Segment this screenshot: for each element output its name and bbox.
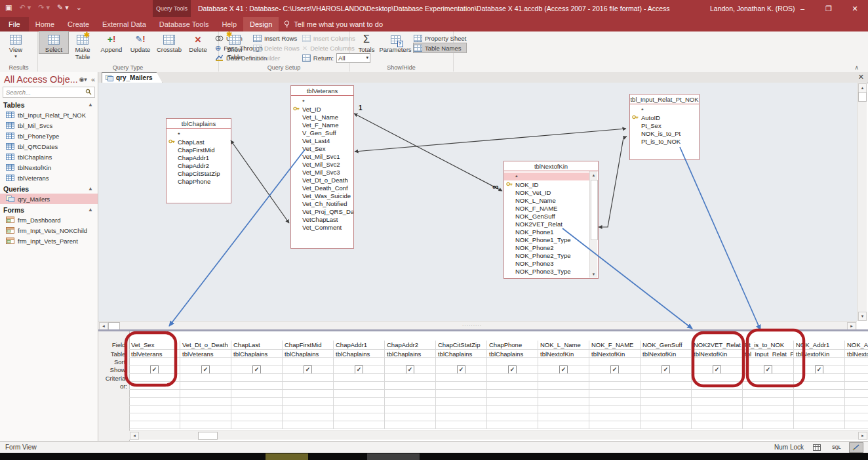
field-Vet_Sex[interactable]: Vet_Sex	[291, 144, 353, 152]
grid-table-cell[interactable]: tblVeterans	[129, 350, 180, 358]
grid-empty-cell[interactable]	[231, 406, 282, 413]
design-grid[interactable]: Field:Table:Sort:Show:Criteria:or: Vet_S…	[98, 331, 868, 441]
field-ChapAddr1[interactable]: ChapAddr1	[167, 154, 231, 161]
datasheet-view-button[interactable]	[810, 443, 823, 452]
grid-sort-cell[interactable]	[538, 358, 589, 366]
grid-empty-cell[interactable]	[641, 390, 691, 398]
grid-or-cell[interactable]	[385, 382, 435, 390]
grid-empty-cell[interactable]	[231, 413, 282, 421]
grid-criteria-cell[interactable]	[385, 374, 435, 382]
grid-sort-cell[interactable]	[845, 358, 868, 366]
collapse-ribbon-icon[interactable]: ∧	[854, 64, 859, 71]
scroll-down-icon[interactable]: ▼	[858, 312, 867, 321]
field-Pt_Sex[interactable]: Pt_Sex	[630, 121, 699, 129]
field-ChapLast[interactable]: ChapLast	[167, 138, 231, 146]
grid-empty-cell[interactable]	[385, 406, 435, 413]
grid-empty-cell[interactable]	[385, 390, 435, 398]
grid-criteria-cell[interactable]	[743, 374, 793, 382]
collapse-section-icon[interactable]: ▲	[88, 186, 93, 192]
grid-empty-cell[interactable]	[538, 406, 589, 413]
nav-section-tables[interactable]: Tables▲	[0, 99, 98, 110]
field-Vet_Death_Conf[interactable]: Vet_Death_Conf	[291, 184, 353, 192]
shutter-bar-icon[interactable]: «	[91, 75, 95, 83]
grid-empty-cell[interactable]	[180, 406, 231, 413]
field-NOK_Phone1[interactable]: NOK_Phone1	[504, 228, 590, 236]
redo-icon[interactable]: ↷ ▾	[38, 3, 50, 12]
show-checkbox[interactable]: ✓	[355, 366, 363, 374]
grid-table-cell[interactable]: tblChaplains	[436, 350, 486, 358]
field-Pt_is_to_NOK[interactable]: Pt_is_to_NOK	[630, 137, 699, 145]
grid-empty-cell[interactable]	[334, 413, 384, 421]
grid-empty-cell[interactable]	[641, 406, 691, 413]
tab-home[interactable]: Home	[29, 17, 61, 31]
grid-empty-cell[interactable]	[538, 390, 589, 398]
field-Vet_Comment[interactable]: Vet_Comment	[291, 223, 353, 231]
nav-item-tbl_QRCDates[interactable]: tbl_QRCDates	[0, 141, 98, 152]
grid-field-cell[interactable]: ChapAddr2	[385, 341, 435, 350]
grid-empty-cell[interactable]	[334, 406, 384, 413]
grid-empty-cell[interactable]	[692, 390, 742, 398]
grid-empty-cell[interactable]	[180, 390, 231, 398]
show-checkbox[interactable]: ✓	[508, 366, 517, 374]
grid-show-cell[interactable]: ✓	[487, 366, 538, 374]
grid-or-cell[interactable]	[589, 382, 640, 390]
grid-column-NOK_GenSuff[interactable]: NOK_GenSufftblNextofKin✓	[641, 341, 692, 429]
grid-empty-cell[interactable]	[692, 413, 742, 421]
show-checkbox[interactable]: ✓	[764, 366, 772, 374]
grid-empty-cell[interactable]	[794, 398, 844, 406]
scroll-up-icon[interactable]: ▲	[858, 83, 867, 93]
grid-table-cell[interactable]: tblNextofKin	[692, 350, 742, 358]
grid-empty-cell[interactable]	[743, 406, 793, 413]
format-painter-icon[interactable]: ✎ ▾	[57, 3, 69, 12]
grid-column-ChapCitStatZip[interactable]: ChapCitStatZiptblChaplains✓	[436, 341, 487, 429]
field-NOK_is_to_Pt[interactable]: NOK_is_to_Pt	[630, 129, 699, 137]
grid-empty-cell[interactable]	[589, 421, 640, 429]
grid-criteria-cell[interactable]	[334, 374, 384, 382]
grid-show-cell[interactable]: ✓	[538, 366, 589, 374]
field-Vet_L_Name[interactable]: Vet_L_Name	[291, 113, 353, 121]
make-table-button[interactable]: ✱ MakeTable	[68, 31, 97, 61]
grid-empty-cell[interactable]	[845, 413, 868, 421]
field-NOK_Phone1_Type[interactable]: NOK_Phone1_Type	[504, 236, 590, 243]
grid-table-cell[interactable]: tblNextofKin	[538, 350, 589, 358]
grid-show-cell[interactable]: ✓	[283, 366, 333, 374]
grid-or-cell[interactable]	[487, 382, 538, 390]
grid-field-cell[interactable]: Pt_is_to_NOK	[743, 341, 793, 350]
grid-empty-cell[interactable]	[180, 421, 231, 429]
scroll-down-icon[interactable]: ▼	[590, 270, 597, 278]
property-sheet-button[interactable]: Property Sheet	[414, 33, 466, 43]
grid-field-cell[interactable]: Vet_Sex	[129, 341, 180, 350]
field-list-tbl_Input_Relat_Pt_NOK[interactable]: tbl_Input_Relat_Pt_NOK*AutoIDPt_SexNOK_i…	[629, 94, 700, 160]
field-ChapPhone[interactable]: ChapPhone	[167, 177, 231, 185]
canvas-vertical-scrollbar[interactable]: ▲ ▼	[857, 83, 867, 321]
grid-empty-cell[interactable]	[283, 406, 333, 413]
grid-empty-cell[interactable]	[283, 413, 333, 421]
show-checkbox[interactable]: ✓	[304, 366, 312, 374]
grid-sort-cell[interactable]	[692, 358, 742, 366]
grid-empty-cell[interactable]	[743, 398, 793, 406]
field-Vet_ID[interactable]: Vet_ID	[291, 105, 353, 113]
grid-sort-cell[interactable]	[743, 358, 793, 366]
field-Vet_Last4[interactable]: Vet_Last4	[291, 136, 353, 144]
grid-show-cell[interactable]: ✓	[436, 366, 486, 374]
grid-empty-cell[interactable]	[743, 413, 793, 421]
grid-field-cell[interactable]: ChapAddr1	[334, 341, 384, 350]
nav-section-queries[interactable]: Queries▲	[0, 183, 98, 194]
grid-or-cell[interactable]	[180, 382, 231, 390]
grid-empty-cell[interactable]	[231, 398, 282, 406]
grid-empty-cell[interactable]	[231, 421, 282, 429]
field-NOK_F_NAME[interactable]: NOK_F_NAME	[504, 204, 590, 212]
tab-design[interactable]: Design	[243, 17, 279, 31]
grid-empty-cell[interactable]	[641, 421, 691, 429]
grid-empty-cell[interactable]	[487, 413, 538, 421]
collapse-section-icon[interactable]: ▲	[88, 102, 93, 108]
grid-table-cell[interactable]: tblChaplains	[231, 350, 282, 358]
grid-column-ChapAddr2[interactable]: ChapAddr2tblChaplains✓	[385, 341, 436, 429]
show-checkbox[interactable]: ✓	[406, 366, 414, 374]
field-Vet_Was_Suicide[interactable]: Vet_Was_Suicide	[291, 192, 353, 199]
field-list-title[interactable]: tblChaplains	[167, 119, 231, 129]
grid-empty-cell[interactable]	[129, 413, 180, 421]
grid-empty-cell[interactable]	[794, 413, 844, 421]
field-star[interactable]: *	[167, 130, 231, 138]
minimize-button[interactable]: –	[789, 0, 816, 17]
